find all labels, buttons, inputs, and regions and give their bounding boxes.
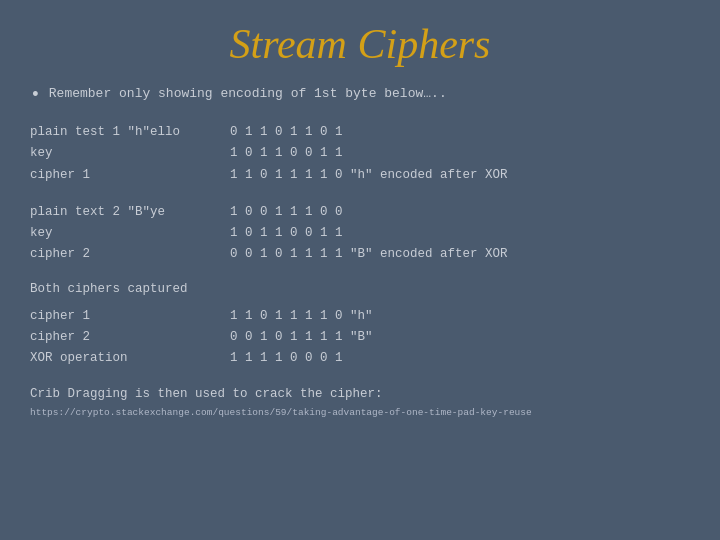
label-xor-operation: XOR operation	[30, 348, 230, 369]
page: Stream Ciphers • Remember only showing e…	[0, 0, 720, 540]
section-xor: cipher 1 1 1 0 1 1 1 1 0 "h" cipher 2 0 …	[30, 306, 690, 370]
both-ciphers-label: Both ciphers captured	[30, 282, 690, 296]
value-cipher2-xor: 0 0 1 0 1 1 1 1 "B"	[230, 327, 690, 348]
table-row: cipher 2 0 0 1 0 1 1 1 1 "B" encoded aft…	[30, 244, 690, 265]
label-key2: key	[30, 223, 230, 244]
value-cipher2: 0 0 1 0 1 1 1 1 "B" encoded after XOR	[230, 244, 690, 265]
crib-dragging-text: Crib Dragging is then used to crack the …	[30, 387, 383, 401]
value-key1: 1 0 1 1 0 0 1 1	[230, 143, 690, 164]
value-key2: 1 0 1 1 0 0 1 1	[230, 223, 690, 244]
table-row: plain text 2 "B"ye 1 0 0 1 1 1 0 0	[30, 202, 690, 223]
label-plaintest2: plain text 2 "B"ye	[30, 202, 230, 223]
label-cipher2-xor: cipher 2	[30, 327, 230, 348]
crib-dragging-section: Crib Dragging is then used to crack the …	[30, 385, 690, 420]
value-cipher1: 1 1 0 1 1 1 1 0 "h" encoded after XOR	[230, 165, 690, 186]
label-cipher1-xor: cipher 1	[30, 306, 230, 327]
section-plaintext2: plain text 2 "B"ye 1 0 0 1 1 1 0 0 key 1…	[30, 202, 690, 266]
value-cipher1-xor: 1 1 0 1 1 1 1 0 "h"	[230, 306, 690, 327]
table-row: cipher 1 1 1 0 1 1 1 1 0 "h" encoded aft…	[30, 165, 690, 186]
label-key1: key	[30, 143, 230, 164]
table-row: cipher 1 1 1 0 1 1 1 1 0 "h"	[30, 306, 690, 327]
section-plaintext1: plain test 1 "h"ello 0 1 1 0 1 1 0 1 key…	[30, 122, 690, 186]
bullet-text: Remember only showing encoding of 1st by…	[49, 86, 447, 101]
value-xor-operation: 1 1 1 1 0 0 0 1	[230, 348, 690, 369]
value-plaintest1: 0 1 1 0 1 1 0 1	[230, 122, 690, 143]
crib-dragging-url: https://crypto.stackexchange.com/questio…	[30, 407, 532, 418]
bullet-point: • Remember only showing encoding of 1st …	[30, 86, 690, 104]
bullet-icon: •	[30, 86, 41, 104]
label-plaintest1: plain test 1 "h"ello	[30, 122, 230, 143]
table-row: XOR operation 1 1 1 1 0 0 0 1	[30, 348, 690, 369]
label-cipher2: cipher 2	[30, 244, 230, 265]
table-row: cipher 2 0 0 1 0 1 1 1 1 "B"	[30, 327, 690, 348]
page-title: Stream Ciphers	[30, 20, 690, 68]
table-row: key 1 0 1 1 0 0 1 1	[30, 223, 690, 244]
label-cipher1: cipher 1	[30, 165, 230, 186]
table-row: plain test 1 "h"ello 0 1 1 0 1 1 0 1	[30, 122, 690, 143]
value-plaintest2: 1 0 0 1 1 1 0 0	[230, 202, 690, 223]
table-row: key 1 0 1 1 0 0 1 1	[30, 143, 690, 164]
